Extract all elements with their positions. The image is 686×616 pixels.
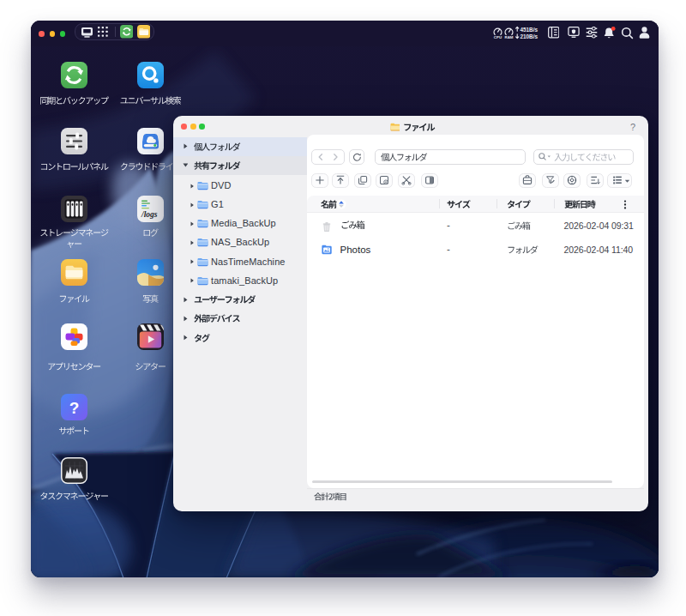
svg-text:RAM: RAM bbox=[504, 35, 513, 39]
svg-text:451B/s: 451B/s bbox=[520, 27, 538, 33]
svg-text:CPU: CPU bbox=[493, 35, 501, 39]
svg-text:?: ? bbox=[69, 398, 79, 416]
svg-text:/logs: /logs bbox=[141, 209, 158, 218]
svg-text:210B/s: 210B/s bbox=[520, 33, 538, 39]
